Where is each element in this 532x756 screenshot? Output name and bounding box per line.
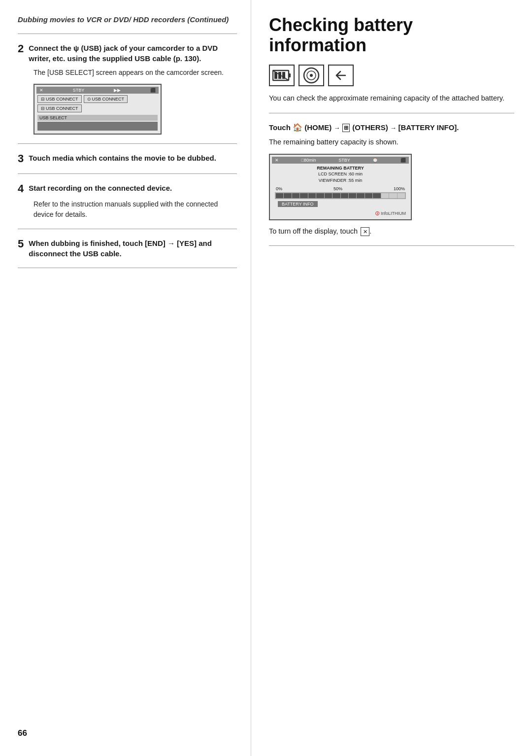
- step-5-title: When dubbing is finished, touch [END] → …: [29, 238, 237, 259]
- usb-btn-1-label: USB CONNECT: [46, 97, 78, 102]
- batt-topbar: ✕ □80min STBY ⌚ ⬛: [272, 157, 409, 164]
- section-title: Dubbing movies to VCR or DVD/ HDD record…: [18, 15, 237, 25]
- seg-4: [300, 193, 307, 198]
- sub-section-title: Touch 🏠 (HOME) → ⊞ (OTHERS) → [BATTERY I…: [269, 122, 514, 133]
- home-icon: 🏠: [293, 123, 302, 132]
- battery-info-label: [BATTERY INFO].: [398, 123, 459, 132]
- step-4-number: 4: [18, 183, 24, 195]
- batt-topbar-rec: ⬛: [400, 158, 406, 163]
- usb-btn-3-label: USB CONNECT: [46, 106, 78, 111]
- step-5-header: 5 When dubbing is finished, touch [END] …: [18, 238, 237, 259]
- usb-topbar-stby: STBY: [73, 88, 85, 93]
- seg-2: [284, 193, 291, 198]
- usb-topbar-x: ✕: [39, 88, 43, 93]
- step-4-header: 4 Start recording on the connected devic…: [18, 183, 237, 195]
- batt-bar-segments: [275, 192, 406, 199]
- pct-50: 50%: [333, 186, 342, 191]
- usb-select-label: USB SELECT: [37, 115, 158, 121]
- seg-7: [325, 193, 332, 198]
- batt-info-label: BATTERY INFO: [278, 201, 318, 207]
- batt-topbar-stby: STBY: [338, 158, 350, 163]
- arrow-2: →: [390, 124, 399, 132]
- page-number: 66: [18, 728, 27, 738]
- step-4: 4 Start recording on the connected devic…: [18, 183, 237, 219]
- usb-btn-2-icon: ⊙: [87, 97, 91, 102]
- divider-4: [18, 229, 237, 229]
- step-2-number: 2: [18, 43, 24, 55]
- usb-btn-2-label: USB CONNECT: [92, 97, 125, 102]
- battery-icon: [269, 65, 295, 86]
- battery-screen-mockup: ✕ □80min STBY ⌚ ⬛ REMAINING BATTERY LCD …: [269, 154, 412, 220]
- divider-2: [18, 143, 237, 144]
- seg-13: [373, 193, 380, 198]
- usb-topbar-ff: ▶▶: [114, 88, 121, 93]
- batt-remaining-rows: LCD SCREEN :60 min VIEWFINDER :55 min: [272, 171, 409, 184]
- step-4-body: Refer to the instruction manuals supplie…: [33, 199, 237, 220]
- usb-btn-connect-3: ⊟ USB CONNECT: [37, 104, 82, 112]
- arrow-1: →: [333, 124, 342, 132]
- step-3-header: 3 Touch media which contains the movie t…: [18, 153, 237, 165]
- seg-1: [276, 193, 283, 198]
- batt-topbar-time: □80min: [301, 158, 316, 163]
- batt-info-row: BATTERY INFO: [272, 201, 409, 210]
- home-label: (HOME): [304, 123, 332, 132]
- touch-close-text: To turn off the display, touch ✕.: [269, 226, 514, 237]
- divider-top: [18, 34, 237, 34]
- right-divider-1: [269, 113, 514, 113]
- usb-btn-connect-1: ⊟ USB CONNECT: [37, 95, 82, 103]
- left-column: Dubbing movies to VCR or DVD/ HDD record…: [0, 0, 251, 756]
- seg-10: [349, 193, 356, 198]
- batt-remaining-header: REMAINING BATTERY: [272, 166, 409, 171]
- icons-row: [269, 65, 514, 86]
- svg-rect-1: [289, 73, 291, 77]
- seg-16: [398, 193, 405, 198]
- usb-topbar-rec: ⬛: [150, 88, 156, 93]
- seg-3: [292, 193, 299, 198]
- seg-9: [341, 193, 348, 198]
- pct-0: 0%: [276, 186, 282, 191]
- circle-icon: [299, 65, 324, 86]
- batt-bar: [275, 192, 406, 199]
- batt-topbar-clock: ⌚: [372, 158, 378, 163]
- usb-topbar: ✕ STBY ▶▶ ⬛: [36, 87, 159, 94]
- seg-8: [332, 193, 340, 198]
- right-column: Checking battery information: [251, 0, 532, 756]
- step-2-header: 2 Connect the ψ (USB) jack of your camco…: [18, 43, 237, 64]
- page-title: Checking battery information: [269, 15, 514, 56]
- back-arrow-icon: [328, 65, 354, 86]
- page-title-line1: Checking battery: [269, 15, 413, 35]
- right-divider-2: [269, 245, 514, 246]
- step-2: 2 Connect the ψ (USB) jack of your camco…: [18, 43, 237, 135]
- step-3: 3 Touch media which contains the movie t…: [18, 153, 237, 165]
- seg-11: [357, 193, 364, 198]
- infolith-icon: ⓘ: [375, 211, 379, 216]
- usb-screen-bottom: [37, 122, 158, 131]
- close-box-icon: ✕: [361, 227, 369, 236]
- usb-btn-3-icon: ⊟: [41, 106, 45, 111]
- batt-topbar-x: ✕: [275, 158, 279, 163]
- touch-close-span: To turn off the display, touch: [269, 227, 358, 235]
- step-3-number: 3: [18, 153, 24, 165]
- step-5-number: 5: [18, 238, 24, 250]
- usb-btn-row1: ⊟ USB CONNECT ⊙ USB CONNECT: [36, 95, 159, 103]
- page-title-line2: information: [269, 35, 366, 55]
- seg-12: [365, 193, 372, 198]
- step-4-title: Start recording on the connected device.: [29, 183, 172, 193]
- seg-5: [308, 193, 316, 198]
- svg-point-8: [310, 74, 313, 77]
- seg-14: [381, 193, 389, 198]
- sub-description: The remaining battery capacity is shown.: [269, 137, 514, 148]
- divider-3: [18, 173, 237, 174]
- seg-6: [316, 193, 324, 198]
- usb-btn-1-icon: ⊟: [41, 97, 45, 102]
- step-3-title: Touch media which contains the movie to …: [29, 153, 216, 163]
- seg-15: [389, 193, 397, 198]
- others-icon: ⊞: [342, 124, 350, 132]
- step-2-title: Connect the ψ (USB) jack of your camcord…: [29, 43, 237, 64]
- divider-5: [18, 268, 237, 268]
- others-label: (OTHERS): [352, 123, 388, 132]
- description-text: You can check the approximate remaining …: [269, 93, 514, 104]
- usb-btn-connect-2: ⊙ USB CONNECT: [84, 95, 128, 103]
- pct-100: 100%: [394, 186, 405, 191]
- batt-percent-labels: 0% 50% 100%: [272, 186, 409, 191]
